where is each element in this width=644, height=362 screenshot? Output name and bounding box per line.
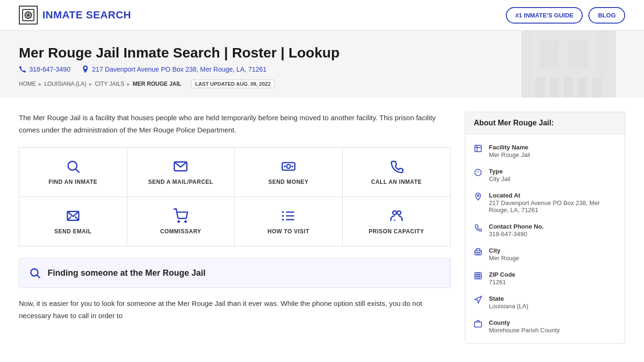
zip-icon [474,272,483,280]
about-header: About Mer Rouge Jail: [465,112,625,134]
about-item-phone: Contact Phone No. 318-647-3490 [465,218,625,242]
page-title: Mer Rouge Jail Inmate Search | Roster | … [19,45,625,61]
about-box: About Mer Rouge Jail: Facility Name Mer … [465,112,625,344]
type-label: Type [489,168,511,175]
facility-name-label: Facility Name [489,144,530,151]
svg-point-20 [287,165,290,168]
address-meta: 217 Davenport Avenue PO Box 238, Mer Rou… [82,66,266,73]
county-value: Morehouse Parish County [489,327,560,334]
location-value: 217 Davenport Avenue PO Box 238, Mer Rou… [489,199,616,214]
about-item-type: Type City Jail [465,163,625,187]
breadcrumb-home[interactable]: HOME [19,81,36,87]
breadcrumb-state[interactable]: LOUISIANA (LA) [44,81,86,87]
commissary-label: COMMISSARY [160,228,201,235]
svg-point-27 [185,221,187,222]
left-column: The Mer Rouge Jail is a facility that ho… [19,112,451,344]
breadcrumb-current: MER ROUGE JAIL [133,81,182,87]
svg-point-16 [68,161,77,170]
action-grid: FIND AN INMATE SEND A MAIL/PARCEL [19,147,451,247]
search-icon [66,159,81,174]
action-how-to-visit[interactable]: HOW TO VISIT [235,197,343,246]
about-item-county: County Morehouse Parish County [465,314,625,338]
send-money-label: SEND MONEY [268,179,309,185]
inmates-guide-button[interactable]: #1 INMATE'S GUIDE [506,7,583,24]
svg-rect-49 [475,322,482,327]
zip-label: ZIP Code [489,271,515,278]
phone-meta: 318-647-3490 [19,66,70,73]
county-label: County [489,319,560,326]
about-item-state: State Louisiana (LA) [465,290,625,314]
phone-value: 318-647-3490 [489,230,544,238]
hero-section: Mer Rouge Jail Inmate Search | Roster | … [0,31,644,98]
finding-title: Finding someone at the Mer Rouge Jail [48,268,206,278]
about-item-location: Located At 217 Davenport Avenue PO Box 2… [465,187,625,218]
state-icon [474,296,483,304]
svg-line-37 [37,275,40,278]
state-value: Louisiana (LA) [489,303,528,310]
logo[interactable]: INMATE SEARCH [19,6,131,25]
city-icon [474,247,483,256]
svg-point-26 [178,221,180,222]
list-icon [281,208,296,223]
how-to-visit-label: HOW TO VISIT [268,228,309,235]
action-call-inmate[interactable]: CALL AN INMATE [343,148,451,197]
logo-icon [19,6,38,25]
svg-point-34 [393,211,396,214]
money-icon [281,159,296,174]
type-icon [474,168,483,177]
find-inmate-label: FIND AN INMATE [49,179,98,185]
zip-value: 71261 [489,279,515,286]
svg-point-36 [31,269,38,276]
call-inmate-label: CALL AN INMATE [371,179,421,185]
action-send-mail[interactable]: SEND A MAIL/PARCEL [127,148,235,197]
breadcrumb-category[interactable]: CITY JAILS [95,81,124,87]
action-commissary[interactable]: COMMISSARY [127,197,235,246]
header: INMATE SEARCH #1 INMATE'S GUIDE BLOG [0,0,644,31]
svg-line-17 [76,169,79,173]
svg-rect-38 [475,145,481,152]
about-item-city: City Mer Rouge [465,242,625,266]
send-email-label: SEND EMAIL [54,228,91,235]
city-label: City [489,247,519,254]
phone-icon [389,159,404,174]
header-nav: #1 INMATE'S GUIDE BLOG [506,7,625,24]
action-send-email[interactable]: SEND EMAIL [19,197,127,246]
svg-rect-40 [475,250,481,255]
facility-name-value: Mer Rouge Jail [489,151,530,158]
about-list: Facility Name Mer Rouge Jail Type Ci [465,134,625,343]
action-prison-capacity[interactable]: PRISON CAPACITY [343,197,451,246]
svg-point-35 [397,211,401,214]
sep1: ► [38,82,42,87]
contact-phone-icon [474,223,483,232]
people-icon [389,208,404,223]
phone-label: Contact Phone No. [489,223,544,230]
finding-section: Finding someone at the Mer Rouge Jail [19,258,451,288]
prison-capacity-label: PRISON CAPACITY [369,228,424,235]
main-content: The Mer Rouge Jail is a facility that ho… [0,98,644,358]
breadcrumb: HOME ► LOUISIANA (LA) ► CITY JAILS ► MER… [19,80,625,88]
logo-text: INMATE SEARCH [42,9,131,21]
city-value: Mer Rouge [489,255,519,262]
county-icon [474,320,483,328]
blog-button[interactable]: BLOG [588,7,625,24]
bottom-description: Now, it is easier for you to look for so… [19,297,451,321]
sep3: ► [126,82,131,87]
building-icon [474,144,483,153]
send-mail-label: SEND A MAIL/PARCEL [148,179,213,185]
mail-icon [173,159,188,174]
right-sidebar: About Mer Rouge Jail: Facility Name Mer … [465,112,625,344]
type-value: City Jail [489,175,511,182]
description-text: The Mer Rouge Jail is a facility that ho… [19,112,451,136]
about-item-facility-name: Facility Name Mer Rouge Jail [465,139,625,163]
hero-meta: 318-647-3490 217 Davenport Avenue PO Box… [19,66,625,73]
email-icon [66,208,81,223]
finding-search-icon [29,267,41,279]
last-updated-badge: LAST UPDATED AUG. 09, 2022 [191,80,275,88]
action-find-inmate[interactable]: FIND AN INMATE [19,148,127,197]
location-icon [474,192,483,201]
state-label: State [489,295,528,302]
about-item-zip: ZIP Code 71261 [465,266,625,290]
action-send-money[interactable]: SEND MONEY [235,148,343,197]
svg-rect-44 [475,272,481,279]
location-label: Located At [489,192,616,199]
